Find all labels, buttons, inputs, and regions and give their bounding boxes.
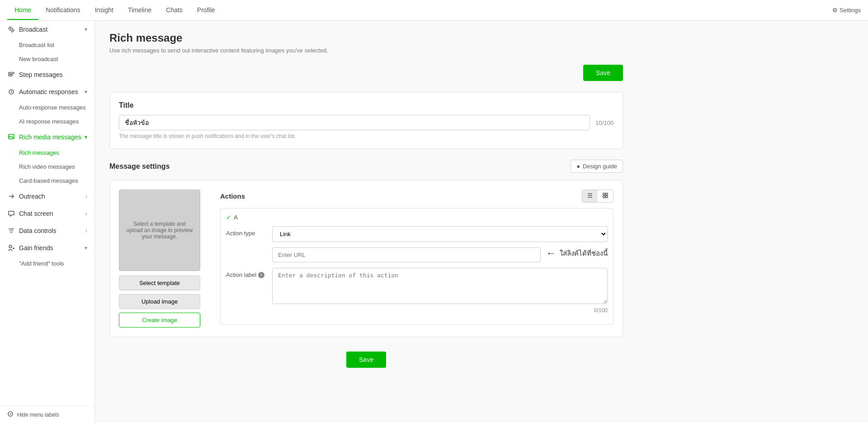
top-navigation: Home Notifications Insight Timeline Chat… — [0, 0, 868, 21]
svg-rect-2 — [9, 75, 12, 76]
sidebar-item-new-broadcast[interactable]: New broadcast — [0, 52, 94, 66]
sidebar-item-card-based-messages[interactable]: Card-based messages — [0, 174, 94, 188]
save-button-top[interactable]: Save — [583, 65, 623, 81]
svg-rect-8 — [606, 193, 608, 195]
tab-chats[interactable]: Chats — [159, 1, 190, 20]
main-content: Rich message Use rich messages to send o… — [95, 21, 868, 423]
view-toggle — [582, 190, 613, 203]
sidebar-item-data-controls[interactable]: Data controls › — [0, 222, 94, 239]
upload-image-button[interactable]: Upload image — [119, 294, 200, 309]
tab-profile[interactable]: Profile — [190, 1, 222, 20]
action-check-icon: ✓ — [226, 214, 231, 221]
chat-screen-icon — [7, 209, 15, 218]
action-item-label: A — [234, 214, 238, 221]
action-label-control: 0/100 — [272, 268, 608, 314]
svg-point-0 — [10, 28, 13, 31]
main-layout: Broadcast ▾ Broadcast list New broadcast… — [0, 21, 868, 423]
select-template-button[interactable]: Select template — [119, 276, 200, 290]
action-label-textarea[interactable] — [272, 268, 608, 304]
hide-menu-labels-text: Hide menu labels — [17, 412, 59, 418]
message-settings-section: Message settings ● Design guide Select a… — [109, 160, 623, 337]
step-messages-label: Step messages — [19, 71, 63, 78]
sidebar-item-ai-response-messages[interactable]: AI response messages — [0, 114, 94, 128]
svg-rect-7 — [603, 193, 605, 195]
svg-rect-9 — [603, 196, 605, 198]
tab-home[interactable]: Home — [7, 1, 38, 20]
data-controls-label: Data controls — [19, 227, 56, 234]
title-hint: The message title is shown in push notif… — [119, 133, 613, 139]
tab-notifications[interactable]: Notifications — [38, 1, 87, 20]
title-char-count: 10/100 — [595, 119, 613, 126]
sidebar-item-broadcast[interactable]: Broadcast ▾ — [0, 21, 94, 38]
top-save-row: Save — [109, 65, 623, 81]
tab-timeline[interactable]: Timeline — [121, 1, 159, 20]
outreach-label: Outreach — [19, 193, 45, 200]
sidebar-item-chat-screen[interactable]: Chat screen › — [0, 205, 94, 222]
title-section-label: Title — [119, 101, 613, 109]
tab-insight[interactable]: Insight — [88, 1, 121, 20]
broadcast-icon — [7, 25, 15, 33]
annotation-arrow: ← — [546, 247, 556, 259]
action-type-row: Action type Link Message None — [226, 226, 608, 242]
sidebar-item-rich-messages[interactable]: Rich messages — [0, 146, 94, 160]
outreach-chevron: › — [85, 193, 87, 200]
image-preview-text: Select a template and upload an image to… — [125, 221, 194, 240]
action-label-row: Action label i 0/100 — [226, 268, 608, 314]
rich-media-messages-icon — [7, 133, 15, 141]
action-label-with-info: Action label i — [226, 271, 267, 278]
action-label-char-count: 0/100 — [272, 307, 608, 314]
url-annotation: ← ใส่ลิงค์ได้ที่ช่องนี้ — [546, 247, 608, 259]
sidebar: Broadcast ▾ Broadcast list New broadcast… — [0, 21, 95, 423]
gain-friends-label: Gain friends — [19, 244, 53, 252]
url-row-wrapper: ← ใส่ลิงค์ได้ที่ช่องนี้ — [226, 247, 608, 262]
title-section: Title 10/100 The message title is shown … — [109, 92, 623, 149]
automatic-responses-icon — [7, 88, 15, 96]
rich-media-messages-chevron: ▾ — [85, 134, 87, 140]
svg-rect-1 — [9, 72, 14, 74]
step-messages-icon — [7, 71, 15, 79]
view-toggle-grid[interactable] — [598, 190, 613, 202]
sidebar-item-auto-response-messages[interactable]: Auto-response messages — [0, 100, 94, 114]
url-label-spacer — [226, 247, 267, 251]
sidebar-item-rich-video-messages[interactable]: Rich video messages — [0, 160, 94, 174]
rich-media-messages-label: Rich media messages — [19, 133, 81, 141]
design-guide-label: Design guide — [583, 163, 617, 170]
message-settings-label: Message settings — [109, 162, 170, 171]
sidebar-item-outreach[interactable]: Outreach › — [0, 188, 94, 205]
save-button-bottom[interactable]: Save — [346, 352, 386, 368]
design-guide-icon: ● — [576, 163, 580, 170]
settings-link[interactable]: ⚙ Settings — [832, 7, 861, 14]
image-preview-box: Select a template and upload an image to… — [119, 190, 200, 271]
sidebar-item-gain-friends[interactable]: Gain friends ▾ — [0, 239, 94, 257]
title-input[interactable] — [119, 115, 590, 130]
enter-url-input[interactable] — [272, 247, 541, 262]
action-type-select[interactable]: Link Message None — [272, 226, 608, 242]
sidebar-item-broadcast-list[interactable]: Broadcast list — [0, 38, 94, 52]
actions-title: Actions — [220, 192, 245, 200]
actions-panel: Actions — [220, 190, 613, 328]
sidebar-item-rich-media-messages[interactable]: Rich media messages ▾ — [0, 128, 94, 146]
create-image-button[interactable]: Create image — [119, 313, 200, 328]
automatic-responses-chevron: ▾ — [85, 89, 87, 95]
hide-menu-labels-button[interactable]: Hide menu labels — [0, 406, 94, 423]
page-header: Rich message Use rich messages to send o… — [109, 32, 623, 54]
annotation-text: ใส่ลิงค์ได้ที่ช่องนี้ — [560, 248, 608, 259]
broadcast-label: Broadcast — [19, 26, 47, 33]
action-label-label: Action label i — [226, 268, 267, 278]
sidebar-item-add-friend-tools[interactable]: "Add friend" tools — [0, 257, 94, 271]
view-toggle-list[interactable] — [582, 190, 598, 202]
broadcast-chevron: ▾ — [85, 26, 87, 33]
action-label-text: Action label — [226, 271, 256, 278]
message-settings-body: Select a template and upload an image to… — [109, 180, 623, 337]
design-guide-button[interactable]: ● Design guide — [571, 160, 623, 173]
svg-rect-10 — [606, 196, 608, 198]
sidebar-item-step-messages[interactable]: Step messages — [0, 66, 94, 83]
svg-point-5 — [9, 245, 12, 248]
gain-friends-chevron: ▾ — [85, 245, 87, 251]
chat-screen-label: Chat screen — [19, 210, 53, 217]
image-panel: Select a template and upload an image to… — [119, 190, 209, 328]
sidebar-item-automatic-responses[interactable]: Automatic responses ▾ — [0, 83, 94, 100]
actions-header: Actions — [220, 190, 613, 203]
gain-friends-icon — [7, 244, 15, 252]
action-label-info-icon[interactable]: i — [258, 272, 264, 278]
